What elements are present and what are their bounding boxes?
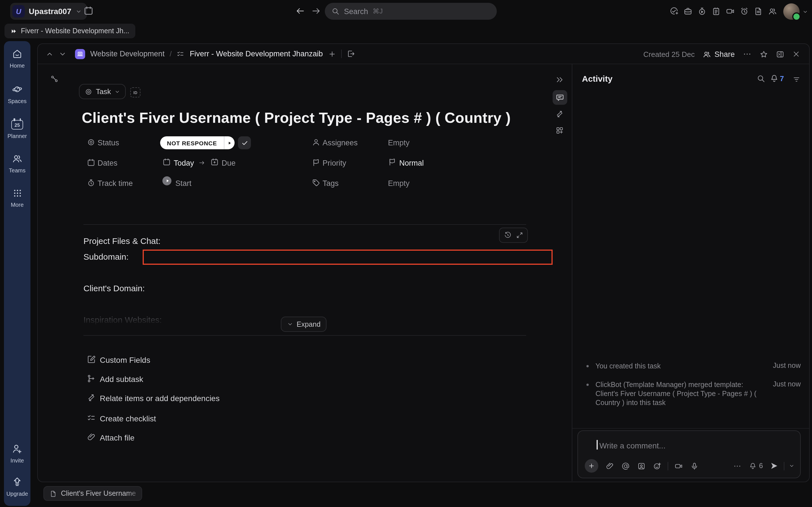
breadcrumb-space[interactable]: Website Development bbox=[90, 50, 165, 58]
dates-field-label: Dates bbox=[98, 159, 117, 167]
sidebar-item-teams[interactable]: Teams bbox=[4, 153, 31, 173]
comment-mention-button[interactable] bbox=[621, 462, 630, 470]
created-date: Created 25 Dec bbox=[644, 50, 695, 58]
apps-button[interactable] bbox=[555, 126, 564, 135]
sidebar-item-spaces[interactable]: Spaces bbox=[4, 84, 31, 104]
open-in-new-button[interactable] bbox=[347, 50, 355, 58]
task-relations-button[interactable] bbox=[50, 75, 59, 83]
comments-tab-button[interactable] bbox=[553, 90, 567, 105]
start-timer-label[interactable]: Start bbox=[175, 179, 192, 187]
breadcrumb-task[interactable]: Fiverr - Website Development Jhanzaib bbox=[190, 50, 323, 58]
subdomain-input[interactable] bbox=[143, 249, 553, 265]
expand-description-button[interactable]: Expand bbox=[281, 317, 327, 332]
sidebar-item-label: Planner bbox=[8, 133, 27, 139]
status-value[interactable]: NOT RESPONCE bbox=[160, 136, 235, 149]
briefcase-icon bbox=[683, 7, 693, 16]
description-history-button[interactable] bbox=[504, 231, 511, 239]
create-checklist-button[interactable]: Create checklist bbox=[100, 414, 156, 423]
divider bbox=[341, 50, 342, 58]
comment-box[interactable]: Write a comment... 6 bbox=[577, 431, 801, 478]
description-line-2-label[interactable]: Subdomain: bbox=[84, 252, 129, 262]
comment-add-button[interactable] bbox=[585, 459, 598, 473]
task-title[interactable]: Client's Fiver Username ( Project Type -… bbox=[82, 109, 539, 127]
avatar[interactable] bbox=[783, 3, 800, 20]
activity-notifications-button[interactable] bbox=[770, 74, 779, 83]
comment-attach-button[interactable] bbox=[606, 462, 614, 470]
comment-toolbar: 6 bbox=[585, 459, 795, 473]
collapse-up-button[interactable] bbox=[46, 50, 54, 58]
mark-complete-button[interactable] bbox=[238, 136, 251, 149]
collapse-panel-button[interactable] bbox=[555, 75, 564, 84]
search-input[interactable]: Search ⌘J bbox=[325, 3, 497, 20]
relate-items-button[interactable]: Relate items or add dependencies bbox=[100, 394, 220, 403]
comment-record-button[interactable] bbox=[674, 462, 683, 470]
checklist-icon bbox=[177, 50, 185, 58]
contacts-button[interactable] bbox=[768, 7, 777, 16]
workspace-switcher[interactable]: U Upastra007 bbox=[10, 3, 87, 20]
sidebar-item-home[interactable]: Home bbox=[4, 48, 31, 69]
collapse-down-button[interactable] bbox=[59, 50, 66, 58]
custom-fields-button[interactable]: Custom Fields bbox=[100, 355, 150, 364]
nav-back-button[interactable] bbox=[296, 6, 305, 16]
close-task-button[interactable] bbox=[792, 50, 800, 58]
send-options-button[interactable] bbox=[789, 463, 795, 469]
activity-search-button[interactable] bbox=[757, 74, 765, 83]
docs-button[interactable] bbox=[754, 7, 763, 16]
arrow-right-icon bbox=[199, 159, 205, 166]
track-time-icon bbox=[87, 179, 95, 187]
add-tab-button[interactable] bbox=[328, 50, 336, 58]
nav-forward-button[interactable] bbox=[311, 6, 321, 16]
assignees-value[interactable]: Empty bbox=[388, 138, 410, 147]
sidebar-item-invite[interactable]: Invite bbox=[4, 443, 31, 464]
time-tracking-button[interactable] bbox=[698, 7, 707, 16]
comment-avatar-field-button[interactable] bbox=[637, 462, 646, 470]
new-task-button[interactable] bbox=[669, 7, 678, 16]
task-id-button[interactable]: ID bbox=[130, 87, 140, 98]
calendar-topbar-button[interactable] bbox=[84, 6, 94, 16]
search-icon bbox=[332, 7, 340, 15]
comment-voice-button[interactable] bbox=[690, 462, 699, 470]
sidebar-item-more[interactable]: More bbox=[4, 188, 31, 208]
sidebar-item-upgrade[interactable]: Upgrade bbox=[4, 476, 31, 497]
activity-filter-button[interactable] bbox=[792, 75, 801, 83]
activity-swap-button[interactable] bbox=[555, 110, 564, 118]
description-line-4[interactable]: Inspiration Websites: bbox=[84, 315, 162, 325]
next-status-button[interactable] bbox=[224, 136, 235, 149]
home-icon bbox=[12, 48, 22, 59]
description-expand-button[interactable] bbox=[516, 231, 523, 239]
task-type-selector[interactable]: Task bbox=[79, 84, 125, 99]
comment-watchers-button[interactable] bbox=[749, 462, 757, 470]
activity-item: You created this task Just now bbox=[587, 362, 801, 371]
sidebar-item-planner[interactable]: 25 Planner bbox=[4, 118, 31, 139]
description-line-3[interactable]: Client's Domain: bbox=[84, 283, 145, 293]
description-line-1[interactable]: Project Files & Chat: bbox=[84, 236, 160, 245]
online-status-dot bbox=[792, 12, 801, 21]
status-text[interactable]: NOT RESPONCE bbox=[160, 136, 224, 149]
favorite-button[interactable] bbox=[760, 50, 768, 58]
pinned-tab-label: Fiverr - Website Development Jh... bbox=[21, 27, 129, 35]
due-date-value[interactable]: Due bbox=[221, 159, 236, 167]
attach-file-button[interactable]: Attach file bbox=[100, 433, 135, 442]
reminders-button[interactable] bbox=[740, 7, 749, 16]
share-button[interactable]: Share bbox=[703, 50, 735, 58]
pinned-tab[interactable]: Fiverr - Website Development Jh... bbox=[4, 24, 135, 38]
briefcase-button[interactable] bbox=[683, 7, 693, 16]
check-icon bbox=[241, 139, 248, 146]
send-comment-button[interactable] bbox=[770, 461, 779, 470]
minimized-task-pill[interactable]: Client's Fiver Username bbox=[43, 486, 142, 501]
account-menu-button[interactable] bbox=[802, 9, 808, 15]
start-date-value[interactable]: Today bbox=[174, 159, 194, 167]
add-subtask-button[interactable]: Add subtask bbox=[100, 375, 143, 384]
tags-value[interactable]: Empty bbox=[388, 179, 410, 187]
bullet-icon bbox=[587, 365, 589, 367]
sidebar-layout-button[interactable] bbox=[776, 50, 784, 58]
priority-value[interactable]: Normal bbox=[399, 159, 424, 167]
activity-title: Activity bbox=[582, 74, 612, 83]
comment-emoji-button[interactable] bbox=[653, 462, 661, 470]
start-timer-button[interactable] bbox=[162, 176, 171, 185]
record-clip-button[interactable] bbox=[726, 7, 735, 16]
breadcrumb: Website Development / Fiverr - Website D… bbox=[38, 44, 809, 64]
more-options-button[interactable] bbox=[743, 50, 752, 59]
notepad-button[interactable] bbox=[712, 7, 721, 16]
comment-more-button[interactable] bbox=[733, 462, 742, 470]
